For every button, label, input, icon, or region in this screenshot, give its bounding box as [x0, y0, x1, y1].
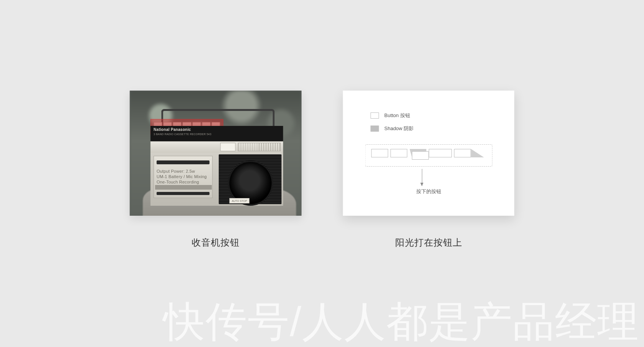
legend-label-button: Button 按钮: [384, 112, 410, 119]
legend-row-button: Button 按钮: [371, 112, 414, 119]
arrow-down-icon: [422, 169, 422, 186]
diagram-button-5: [454, 149, 471, 157]
watermark-text: 快传号/人人都是产品经理: [163, 294, 639, 347]
diagram-button-4: [429, 149, 452, 157]
legend-swatch-shadow: [371, 126, 379, 132]
card-row: National Panasonic 3 BAND RADIO CASSETTE…: [130, 91, 514, 249]
radio-photo-card: National Panasonic 3 BAND RADIO CASSETTE…: [130, 91, 302, 216]
cassette-slot-lower: [157, 192, 210, 195]
arrow-label: 按下的按钮: [343, 188, 514, 195]
diagram-button-pressed: [410, 149, 427, 157]
right-column: Button 按钮 Shadow 阴影: [343, 91, 514, 249]
diagram-button-2: [391, 149, 407, 157]
cassette-strip: [155, 185, 212, 190]
radio-brand-label: National Panasonic: [154, 127, 191, 132]
diagram-card: Button 按钮 Shadow 阴影: [343, 91, 514, 216]
cassette-spec-2: UM-1 Battery / Mic Mixing: [157, 174, 207, 179]
legend-label-shadow: Shadow 阴影: [384, 125, 414, 132]
diagram-button-1: [371, 149, 388, 157]
cassette-spec-3: One-Touch Recording: [157, 180, 199, 184]
auto-stop-badge: AUTO STOP: [230, 198, 250, 203]
left-caption: 收音机按钮: [192, 236, 240, 249]
radio-device: National Panasonic 3 BAND RADIO CASSETTE…: [151, 116, 283, 206]
legend: Button 按钮 Shadow 阴影: [371, 112, 414, 132]
radio-subbrand-label: 3 BAND RADIO CASSETTE RECORDER 543: [154, 133, 212, 135]
legend-swatch-button: [371, 112, 379, 119]
cassette-slot: [157, 160, 210, 164]
legend-row-shadow: Shadow 阴影: [371, 125, 414, 132]
left-column: National Panasonic 3 BAND RADIO CASSETTE…: [130, 91, 302, 249]
cassette-spec-1: Output Power: 2.5w: [157, 169, 195, 174]
right-caption: 阳光打在按钮上: [395, 236, 462, 249]
page: National Panasonic 3 BAND RADIO CASSETTE…: [0, 0, 644, 347]
radio-scale: [238, 143, 281, 151]
diagram-button-row: [371, 149, 471, 157]
radio-meter: [220, 143, 236, 151]
